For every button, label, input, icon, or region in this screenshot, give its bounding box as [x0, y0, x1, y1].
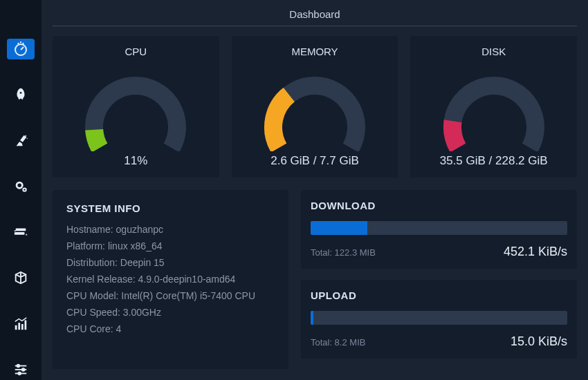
svg-rect-8	[15, 325, 17, 329]
sysinfo-line: Kernel Release: 4.9.0-deepin10-amd64	[66, 274, 275, 285]
sidebar-item-dashboard[interactable]	[7, 39, 35, 59]
broom-icon	[13, 133, 28, 149]
svg-point-5	[24, 189, 25, 190]
memory-gauge-card: MEMORY 2.6 GiB / 7.7 GiB	[232, 36, 398, 178]
upload-bar	[311, 311, 567, 325]
sysinfo-line: CPU Speed: 3.00GHz	[66, 307, 275, 318]
upload-speed: 15.0 KiB/s	[511, 334, 567, 349]
svg-rect-11	[25, 320, 27, 330]
upload-bar-fill	[311, 311, 313, 325]
upload-footer: Total: 8.2 MIB 15.0 KiB/s	[311, 334, 567, 349]
sidebar-item-processes[interactable]	[7, 84, 35, 105]
svg-point-17	[18, 372, 21, 375]
cpu-gauge	[73, 61, 198, 151]
sliders-icon	[13, 362, 28, 377]
upload-title: UPLOAD	[311, 289, 567, 301]
svg-point-15	[17, 365, 20, 368]
svg-point-16	[22, 368, 25, 371]
disk-gauge	[432, 61, 556, 151]
sidebar-item-startup[interactable]	[7, 222, 35, 243]
page-title: Dashboard	[53, 0, 577, 26]
svg-rect-10	[21, 324, 24, 330]
sysinfo-line: Hostname: oguzhanpc	[66, 224, 275, 235]
sysinfo-line: CPU Core: 4	[66, 323, 275, 334]
sidebar-item-services[interactable]	[7, 176, 35, 197]
memory-title: MEMORY	[291, 46, 338, 57]
cpu-title: CPU	[125, 46, 147, 57]
memory-value: 2.6 GiB / 7.7 GiB	[270, 154, 359, 168]
sysinfo-line: CPU Model: Intel(R) Core(TM) i5-7400 CPU	[66, 290, 275, 301]
system-info-title: SYSTEM INFO	[66, 202, 275, 214]
sidebar-item-storage[interactable]	[7, 267, 35, 288]
upload-card: UPLOAD Total: 8.2 MIB 15.0 KiB/s	[301, 280, 577, 359]
sidebar-item-cleaner[interactable]	[7, 131, 35, 151]
download-bar-fill	[311, 221, 367, 235]
svg-point-3	[27, 137, 28, 138]
svg-point-1	[20, 92, 22, 94]
disk-title: DISK	[481, 46, 506, 57]
network-column: DOWNLOAD Total: 122.3 MIB 452.1 KiB/s UP…	[301, 190, 577, 369]
rocket-icon	[13, 87, 28, 102]
main-content: Dashboard CPU 11% MEMORY 2.6 GiB / 7.7 G…	[42, 0, 588, 380]
sysinfo-line: Distribution: Deepin 15	[66, 257, 275, 268]
sidebar-item-settings[interactable]	[7, 359, 35, 380]
svg-rect-7	[15, 232, 25, 235]
sysinfo-line: Platform: linux x86_64	[66, 240, 275, 251]
memory-gauge	[252, 61, 377, 151]
svg-rect-6	[16, 229, 26, 231]
disk-value: 35.5 GiB / 228.2 GiB	[440, 154, 548, 168]
gauge-icon	[12, 41, 29, 57]
download-footer: Total: 122.3 MIB 452.1 KiB/s	[311, 245, 567, 259]
stack-icon	[13, 225, 28, 240]
disk-gauge-card: DISK 35.5 GiB / 228.2 GiB	[410, 36, 577, 178]
download-card: DOWNLOAD Total: 122.3 MIB 452.1 KiB/s	[301, 190, 577, 269]
chart-icon	[13, 316, 28, 332]
system-info-card: SYSTEM INFO Hostname: oguzhanpc Platform…	[53, 190, 288, 369]
gears-icon	[13, 179, 28, 194]
download-title: DOWNLOAD	[311, 200, 567, 211]
sidebar	[0, 0, 42, 380]
download-speed: 452.1 KiB/s	[504, 245, 567, 259]
cpu-value: 11%	[124, 154, 147, 168]
bottom-row: SYSTEM INFO Hostname: oguzhanpc Platform…	[53, 190, 577, 369]
upload-total: Total: 8.2 MIB	[311, 337, 365, 348]
svg-rect-9	[18, 323, 20, 330]
cpu-gauge-card: CPU 11%	[53, 36, 219, 178]
sidebar-item-statistics[interactable]	[7, 314, 35, 334]
gauges-row: CPU 11% MEMORY 2.6 GiB / 7.7 GiB DISK 35…	[53, 36, 577, 178]
download-bar	[311, 221, 567, 235]
package-icon	[13, 270, 28, 285]
download-total: Total: 122.3 MIB	[311, 247, 376, 258]
svg-point-2	[25, 135, 26, 136]
